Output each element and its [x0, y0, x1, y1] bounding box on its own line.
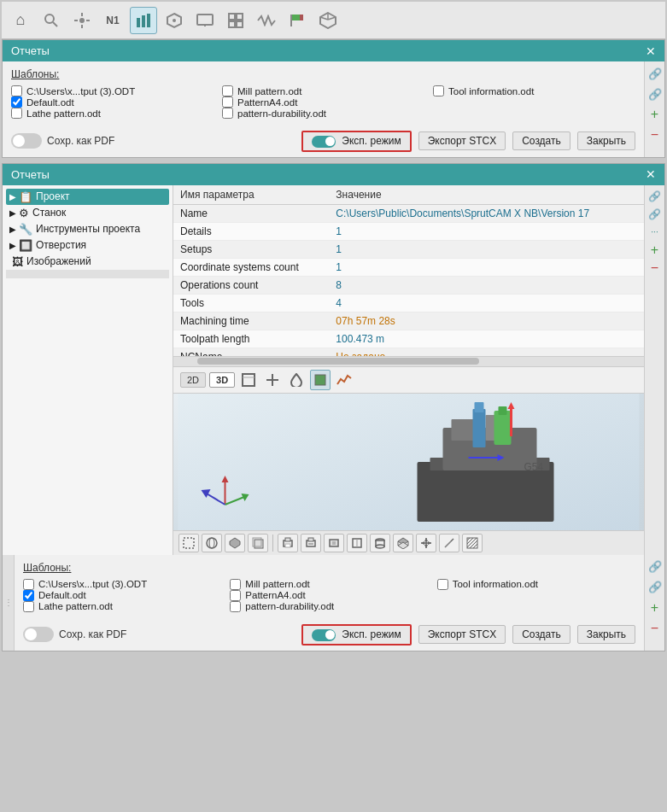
- p2r-dots-icon[interactable]: ···: [647, 225, 663, 240]
- drop-icon[interactable]: [286, 370, 307, 390]
- tree-icon-holes: 🔲: [19, 239, 32, 252]
- select-icon[interactable]: [178, 534, 199, 552]
- template-label-3: Lathe pattern.odt: [26, 108, 101, 119]
- svg-rect-16: [237, 14, 243, 20]
- n1-icon[interactable]: N1: [99, 7, 126, 34]
- btpl-checkbox-1[interactable]: [23, 579, 34, 590]
- props-table-container[interactable]: Имя параметра Значение Name C:\Users\Pub…: [173, 185, 644, 356]
- btpl-checkbox-4[interactable]: [230, 579, 241, 590]
- home-icon[interactable]: ⌂: [7, 7, 34, 34]
- b-add-icon[interactable]: +: [647, 599, 664, 616]
- surface-icon[interactable]: [225, 534, 245, 552]
- measure-icon[interactable]: [439, 534, 459, 552]
- b-minus-icon[interactable]: −: [647, 620, 664, 637]
- wave-icon[interactable]: [253, 7, 280, 34]
- b-link-icon-1[interactable]: 🔗: [647, 558, 664, 575]
- panel2-bottom-right-sidebar: 🔗 🔗 + −: [644, 555, 664, 651]
- hatch-icon[interactable]: [462, 534, 483, 552]
- btpl-checkbox-3[interactable]: [23, 601, 34, 612]
- template-checkbox-3[interactable]: [11, 108, 22, 119]
- display-icon[interactable]: [191, 7, 219, 34]
- view-2d-button[interactable]: 2D: [180, 372, 206, 388]
- tree-hscroll[interactable]: [6, 270, 169, 278]
- frame-icon[interactable]: [238, 370, 259, 390]
- btpl-checkbox-2[interactable]: [23, 590, 34, 601]
- panel2-create-button[interactable]: Создать: [512, 625, 570, 644]
- panel2-close-button[interactable]: ✕: [646, 168, 656, 180]
- tree-item-holes[interactable]: ▶ 🔲 Отверстия: [6, 237, 169, 254]
- panel2-close-button[interactable]: Закрыть: [577, 625, 635, 644]
- btpl-checkbox-6[interactable]: [230, 601, 241, 612]
- svg-point-2: [79, 18, 85, 23]
- 3d-cube-icon[interactable]: [314, 7, 342, 34]
- panel2-save-pdf-toggle[interactable]: [23, 627, 54, 642]
- link-icon-1[interactable]: 🔗: [647, 65, 664, 82]
- save-pdf-toggle[interactable]: [11, 133, 42, 149]
- left-resize-handle[interactable]: ⋮: [3, 555, 15, 651]
- panel2-export-stcx-button[interactable]: Экспорт STCX: [418, 625, 506, 644]
- template-checkbox-6[interactable]: [222, 108, 233, 119]
- panel1-templates: Шаблоны: C:\Users\x...tput (3).ODT Defau…: [3, 61, 644, 126]
- tool-settings-icon[interactable]: [68, 7, 96, 34]
- print-icon[interactable]: [278, 534, 298, 552]
- param-toolpath: Toolpath length: [173, 330, 329, 348]
- view-3d-button[interactable]: 3D: [209, 372, 235, 388]
- btpl-checkbox-5[interactable]: [230, 590, 241, 601]
- view-toolbar: 2D 3D: [173, 366, 644, 394]
- sphere-icon[interactable]: [202, 534, 222, 552]
- template-checkbox-7[interactable]: [433, 85, 444, 96]
- template-checkbox-1[interactable]: [11, 85, 22, 96]
- chart-bar-icon[interactable]: [130, 7, 157, 34]
- table-row: Coordinate systems count 1: [173, 258, 644, 276]
- print3-icon[interactable]: [324, 534, 344, 552]
- param-coord: Coordinate systems count: [173, 258, 329, 276]
- p2r-add-icon[interactable]: +: [647, 242, 663, 258]
- param-name: Name: [173, 204, 329, 222]
- template-checkbox-2[interactable]: [11, 96, 22, 108]
- create-button[interactable]: Создать: [512, 131, 570, 150]
- tree-item-tools[interactable]: ▶ 🔧 Инструменты проекта: [6, 221, 169, 237]
- print2-icon[interactable]: [301, 534, 321, 552]
- p2r-minus-icon[interactable]: −: [647, 260, 663, 276]
- tree-item-images[interactable]: 🖼 Изображений: [6, 254, 169, 270]
- tree-item-machine[interactable]: ▶ ⚙ Станок: [6, 205, 169, 221]
- panel2-body: ▶ 📋 Проект ▶ ⚙ Станок ▶ 🔧 Инструменты пр…: [3, 185, 664, 555]
- panel1-close-button[interactable]: ✕: [646, 45, 656, 57]
- resize-icon[interactable]: [262, 370, 283, 390]
- viewport-3d[interactable]: G54: [173, 394, 644, 530]
- template-label-2: Default.odt: [26, 97, 74, 108]
- chart-line-icon[interactable]: [334, 370, 354, 390]
- param-details: Details: [173, 222, 329, 240]
- box-icon[interactable]: [347, 534, 367, 552]
- minus-icon-1[interactable]: −: [647, 126, 664, 143]
- square-icon[interactable]: [310, 370, 331, 390]
- close-button[interactable]: Закрыть: [577, 131, 635, 150]
- param-machtime-val: 07h 57m 28s: [329, 312, 644, 330]
- exp-mode-label: Эксп. режим: [342, 135, 401, 147]
- cylinder-icon[interactable]: [370, 534, 390, 552]
- panel2-exp-mode-button[interactable]: Эксп. режим: [301, 624, 412, 646]
- grid2-icon[interactable]: [222, 7, 249, 34]
- search-icon[interactable]: [38, 7, 65, 34]
- mill-settings-icon[interactable]: [161, 7, 188, 34]
- export-stcx-button[interactable]: Экспорт STCX: [418, 131, 506, 150]
- tree-item-project[interactable]: ▶ 📋 Проект: [6, 189, 169, 205]
- table-row: Machining time 07h 57m 28s: [173, 312, 644, 330]
- p2r-link-icon[interactable]: 🔗: [647, 189, 663, 204]
- template-checkbox-4[interactable]: [222, 85, 233, 96]
- link-icon-2[interactable]: 🔗: [647, 85, 664, 102]
- svg-rect-7: [137, 18, 140, 27]
- cube2-icon[interactable]: [248, 534, 268, 552]
- btpl-checkbox-7[interactable]: [437, 579, 448, 590]
- h-scrollbar[interactable]: [173, 356, 644, 366]
- arrows-icon[interactable]: [416, 534, 436, 552]
- extrude-icon[interactable]: [393, 534, 413, 552]
- exp-mode-button[interactable]: Эксп. режим: [301, 131, 412, 152]
- add-icon-1[interactable]: +: [647, 106, 664, 123]
- flag-icon[interactable]: [284, 7, 311, 34]
- panel1-footer: Сохр. как PDF Эксп. режим Экспорт STCX С…: [3, 126, 644, 157]
- b-link-icon-2[interactable]: 🔗: [647, 579, 664, 596]
- template-checkbox-5[interactable]: [222, 96, 233, 108]
- btpl-label-3: Lathe pattern.odt: [38, 601, 113, 611]
- p2r-link2-icon[interactable]: 🔗: [647, 207, 663, 222]
